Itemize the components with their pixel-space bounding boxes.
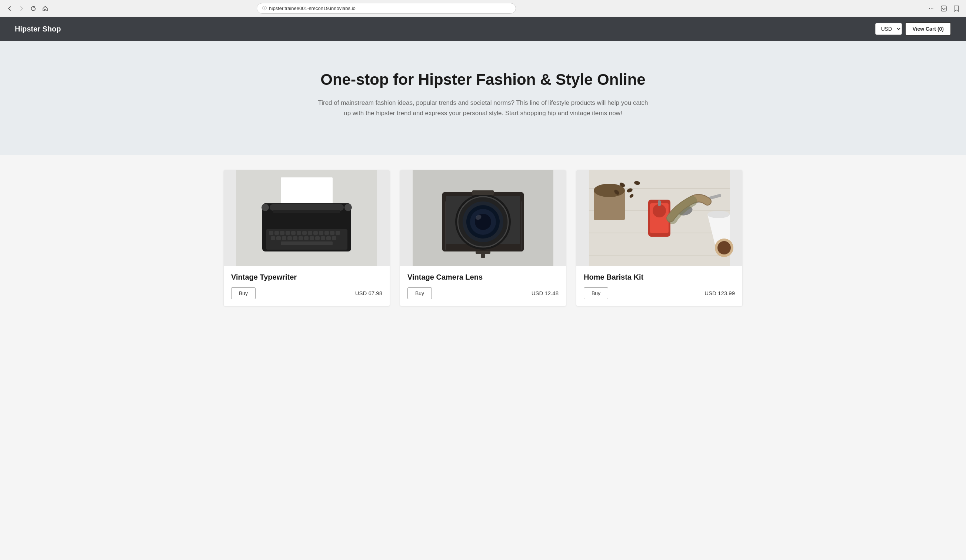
svg-point-69: [708, 211, 730, 218]
product-card-vintage-typewriter: Vintage Typewriter Buy USD 67.98: [224, 170, 390, 306]
svg-point-71: [718, 241, 731, 255]
product-actions-vintage-typewriter: Buy USD 67.98: [231, 287, 382, 299]
svg-point-33: [345, 204, 352, 211]
svg-rect-5: [269, 231, 273, 235]
hero-section: One-stop for Hipster Fashion & Style Onl…: [0, 41, 966, 155]
svg-rect-18: [271, 236, 275, 240]
svg-rect-16: [330, 231, 335, 235]
reload-button[interactable]: [28, 3, 38, 14]
buy-button-vintage-typewriter[interactable]: Buy: [231, 287, 256, 299]
svg-rect-8: [286, 231, 290, 235]
product-name-vintage-camera-lens: Vintage Camera Lens: [407, 273, 559, 281]
more-options-button[interactable]: ···: [926, 3, 936, 14]
svg-rect-6: [274, 231, 279, 235]
app-logo[interactable]: Hipster Shop: [15, 25, 61, 33]
products-section: Vintage Typewriter Buy USD 67.98: [0, 155, 966, 321]
svg-rect-15: [324, 231, 329, 235]
svg-rect-30: [281, 241, 333, 245]
svg-rect-10: [297, 231, 301, 235]
product-actions-home-barista-kit: Buy USD 123.99: [584, 287, 735, 299]
svg-rect-7: [280, 231, 284, 235]
svg-rect-23: [299, 236, 303, 240]
product-actions-vintage-camera-lens: Buy USD 12.48: [407, 287, 559, 299]
svg-rect-29: [332, 236, 336, 240]
browser-chrome: ⓘ hipster.trainee001-srecon19.innovlabs.…: [0, 0, 966, 17]
product-image-vintage-typewriter: [224, 170, 390, 266]
svg-rect-20: [282, 236, 286, 240]
svg-rect-14: [319, 231, 324, 235]
product-info-vintage-camera-lens: Vintage Camera Lens Buy USD 12.48: [400, 266, 566, 306]
security-icon: ⓘ: [262, 5, 267, 11]
product-price-home-barista-kit: USD 123.99: [705, 290, 735, 296]
svg-rect-48: [476, 251, 490, 254]
svg-point-32: [261, 204, 269, 211]
product-image-vintage-camera-lens: [400, 170, 566, 266]
forward-button[interactable]: [16, 3, 27, 14]
currency-selector[interactable]: USD EUR GBP JPY: [875, 23, 902, 35]
svg-rect-28: [326, 236, 331, 240]
buy-button-vintage-camera-lens[interactable]: Buy: [407, 287, 432, 299]
hero-title: One-stop for Hipster Fashion & Style Onl…: [15, 71, 951, 89]
browser-nav-buttons: [5, 3, 50, 14]
svg-point-57: [594, 184, 625, 197]
products-grid: Vintage Typewriter Buy USD 67.98: [224, 170, 742, 306]
svg-rect-21: [288, 236, 292, 240]
pocket-button[interactable]: [938, 3, 949, 14]
product-price-vintage-camera-lens: USD 12.48: [532, 290, 559, 296]
buy-button-home-barista-kit[interactable]: Buy: [584, 287, 608, 299]
svg-rect-27: [321, 236, 325, 240]
svg-rect-11: [302, 231, 307, 235]
svg-rect-22: [293, 236, 297, 240]
product-info-vintage-typewriter: Vintage Typewriter Buy USD 67.98: [224, 266, 390, 306]
svg-rect-19: [276, 236, 281, 240]
svg-rect-34: [273, 210, 340, 213]
svg-rect-47: [472, 190, 494, 195]
browser-actions: ···: [926, 3, 961, 14]
hero-subtitle: Tired of mainstream fashion ideas, popul…: [316, 98, 650, 118]
svg-rect-0: [941, 6, 946, 11]
svg-rect-17: [335, 231, 340, 235]
product-info-home-barista-kit: Home Barista Kit Buy USD 123.99: [576, 266, 742, 306]
svg-rect-13: [313, 231, 318, 235]
svg-rect-24: [304, 236, 309, 240]
svg-rect-26: [315, 236, 320, 240]
home-button[interactable]: [40, 3, 50, 14]
product-name-vintage-typewriter: Vintage Typewriter: [231, 273, 382, 281]
svg-rect-66: [658, 200, 661, 206]
address-bar[interactable]: ⓘ hipster.trainee001-srecon19.innovlabs.…: [257, 3, 516, 14]
product-card-vintage-camera-lens: Vintage Camera Lens Buy USD 12.48: [400, 170, 566, 306]
svg-rect-12: [308, 231, 312, 235]
back-button[interactable]: [5, 3, 15, 14]
svg-rect-49: [481, 254, 485, 258]
svg-rect-9: [291, 231, 296, 235]
svg-point-65: [653, 204, 666, 217]
product-card-home-barista-kit: Home Barista Kit Buy USD 123.99: [576, 170, 742, 306]
app-navbar: Hipster Shop USD EUR GBP JPY View Cart (…: [0, 17, 966, 41]
product-price-vintage-typewriter: USD 67.98: [355, 290, 382, 296]
svg-rect-31: [269, 204, 344, 211]
bookmark-button[interactable]: [951, 3, 961, 14]
product-image-home-barista-kit: [576, 170, 742, 266]
view-cart-button[interactable]: View Cart (0): [905, 22, 951, 36]
url-text: hipster.trainee001-srecon19.innovlabs.io: [269, 5, 511, 11]
svg-rect-25: [310, 236, 314, 240]
navbar-right: USD EUR GBP JPY View Cart (0): [875, 22, 951, 36]
product-name-home-barista-kit: Home Barista Kit: [584, 273, 735, 281]
